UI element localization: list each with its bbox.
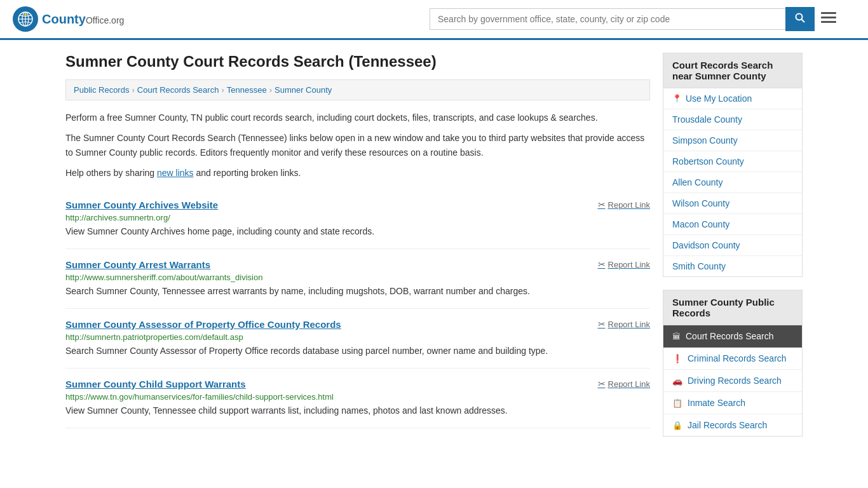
desc-para3: Help others by sharing new links and rep… xyxy=(65,166,650,180)
breadcrumb: Public Records › Court Records Search › … xyxy=(65,79,650,100)
result-link[interactable]: Sumner County Assessor of Property Offic… xyxy=(65,319,341,330)
breadcrumb-sep-1: › xyxy=(132,85,134,95)
result-item: Sumner County Archives Website ✂ Report … xyxy=(65,189,650,249)
result-title: Sumner County Child Support Warrants ✂ R… xyxy=(65,379,650,390)
driving-icon: 🚗 xyxy=(672,376,682,386)
nearby-county-link[interactable]: Robertson County xyxy=(672,156,744,166)
jail-records-link[interactable]: Jail Records Search xyxy=(688,420,767,430)
result-url: http://sumnertn.patriotproperties.com/de… xyxy=(65,332,650,342)
logo-area: CountyOffice.org xyxy=(13,6,124,32)
report-link-button[interactable]: ✂ Report Link xyxy=(598,259,650,269)
nearby-county-link[interactable]: Allen County xyxy=(672,177,722,187)
court-icon: 🏛 xyxy=(672,332,681,341)
nearby-county-link[interactable]: Wilson County xyxy=(672,198,729,208)
svg-point-5 xyxy=(24,13,27,16)
report-link-button[interactable]: ✂ Report Link xyxy=(598,319,650,329)
content: Sumner County Court Records Search (Tenn… xyxy=(65,53,650,437)
sidebar: Court Records Search near Sumner County … xyxy=(663,53,803,437)
new-links-link[interactable]: new links xyxy=(157,168,194,178)
public-records-section: Sumner County Public Records 🏛 Court Rec… xyxy=(663,290,803,437)
nearby-county-item: Smith County xyxy=(663,256,802,276)
desc-para2: The Sumner County Court Records Search (… xyxy=(65,131,650,159)
header: CountyOffice.org xyxy=(0,0,868,40)
nearby-county-link[interactable]: Macon County xyxy=(672,219,729,229)
use-my-location-item: 📍 Use My Location xyxy=(663,88,802,109)
public-records-item-driving[interactable]: 🚗 Driving Records Search xyxy=(663,370,802,392)
breadcrumb-sep-3: › xyxy=(269,85,272,95)
result-item: Sumner County Assessor of Property Offic… xyxy=(65,309,650,369)
public-records-item-inmate[interactable]: 📋 Inmate Search xyxy=(663,392,802,414)
driving-records-link[interactable]: Driving Records Search xyxy=(688,376,782,386)
jail-icon: 🔒 xyxy=(672,421,682,430)
result-title: Sumner County Assessor of Property Offic… xyxy=(65,319,650,330)
breadcrumb-tennessee[interactable]: Tennessee xyxy=(227,85,267,95)
logo-text: CountyOffice.org xyxy=(42,12,124,27)
scissors-icon: ✂ xyxy=(598,200,606,210)
public-records-item-jail[interactable]: 🔒 Jail Records Search xyxy=(663,414,802,436)
use-my-location-link[interactable]: Use My Location xyxy=(686,93,752,104)
results: Sumner County Archives Website ✂ Report … xyxy=(65,189,650,428)
inmate-icon: 📋 xyxy=(672,398,682,408)
result-url: https://www.tn.gov/humanservices/for-fam… xyxy=(65,392,650,402)
svg-rect-8 xyxy=(821,12,836,14)
svg-rect-10 xyxy=(821,21,836,23)
nearby-header: Court Records Search near Sumner County xyxy=(663,53,803,88)
result-desc: View Sumner County, Tennessee child supp… xyxy=(65,404,650,417)
scissors-icon: ✂ xyxy=(598,319,606,329)
criminal-records-link[interactable]: Criminal Records Search xyxy=(688,353,787,363)
breadcrumb-public-records[interactable]: Public Records xyxy=(74,85,129,95)
nearby-county-item: Simpson County xyxy=(663,130,802,151)
scissors-icon: ✂ xyxy=(598,379,606,389)
public-records-item-criminal[interactable]: ❗ Criminal Records Search xyxy=(663,348,802,370)
search-input[interactable] xyxy=(430,8,785,30)
svg-rect-9 xyxy=(821,17,836,18)
breadcrumb-sumner-county[interactable]: Sumner County xyxy=(275,85,332,95)
report-link-button[interactable]: ✂ Report Link xyxy=(598,379,650,389)
result-title: Sumner County Archives Website ✂ Report … xyxy=(65,200,650,210)
logo-icon xyxy=(13,6,38,32)
nearby-county-item: Allen County xyxy=(663,172,802,193)
nearby-county-item: Robertson County xyxy=(663,151,802,172)
court-records-link[interactable]: Court Records Search xyxy=(686,331,774,341)
result-title: Sumner County Arrest Warrants ✂ Report L… xyxy=(65,259,650,270)
inmate-search-link[interactable]: Inmate Search xyxy=(688,398,745,408)
nearby-county-link[interactable]: Smith County xyxy=(672,261,726,271)
main-container: Sumner County Court Records Search (Tenn… xyxy=(53,40,815,449)
criminal-icon: ❗ xyxy=(672,354,682,363)
result-desc: Search Sumner County Assessor of Propert… xyxy=(65,344,650,358)
breadcrumb-sep-2: › xyxy=(221,85,224,95)
breadcrumb-court-records-search[interactable]: Court Records Search xyxy=(137,85,219,95)
scissors-icon: ✂ xyxy=(598,259,606,269)
public-records-header: Sumner County Public Records xyxy=(663,290,803,325)
result-link[interactable]: Sumner County Arrest Warrants xyxy=(65,259,210,270)
description: Perform a free Sumner County, TN public … xyxy=(65,111,650,180)
result-item: Sumner County Child Support Warrants ✂ R… xyxy=(65,369,650,428)
nearby-county-item: Macon County xyxy=(663,214,802,235)
nearby-county-link[interactable]: Trousdale County xyxy=(672,114,742,125)
result-link[interactable]: Sumner County Archives Website xyxy=(65,200,218,210)
report-link-button[interactable]: ✂ Report Link xyxy=(598,200,650,210)
nearby-county-link[interactable]: Simpson County xyxy=(672,135,738,146)
nearby-county-item: Wilson County xyxy=(663,193,802,214)
nearby-links: 📍 Use My Location Trousdale County Simps… xyxy=(663,88,803,277)
result-link[interactable]: Sumner County Child Support Warrants xyxy=(65,379,246,390)
svg-point-6 xyxy=(796,14,803,20)
menu-button[interactable] xyxy=(821,11,836,27)
public-records-item-court[interactable]: 🏛 Court Records Search xyxy=(663,325,802,348)
nearby-county-item: Trousdale County xyxy=(663,109,802,130)
search-button[interactable] xyxy=(785,7,815,31)
result-desc: View Sumner County Archives home page, i… xyxy=(65,225,650,238)
public-records-items: 🏛 Court Records Search ❗ Criminal Record… xyxy=(663,325,803,437)
search-area xyxy=(430,7,836,31)
result-item: Sumner County Arrest Warrants ✂ Report L… xyxy=(65,249,650,309)
result-url: http://www.sumnersheriff.com/about/warra… xyxy=(65,273,650,282)
nearby-county-link[interactable]: Davidson County xyxy=(672,240,740,250)
nearby-county-item: Davidson County xyxy=(663,235,802,256)
svg-line-7 xyxy=(802,20,805,23)
desc-para1: Perform a free Sumner County, TN public … xyxy=(65,111,650,125)
result-desc: Search Sumner County, Tennessee arrest w… xyxy=(65,285,650,298)
result-url: http://archives.sumnertn.org/ xyxy=(65,213,650,222)
pin-icon: 📍 xyxy=(672,94,682,103)
page-title: Sumner County Court Records Search (Tenn… xyxy=(65,53,650,71)
